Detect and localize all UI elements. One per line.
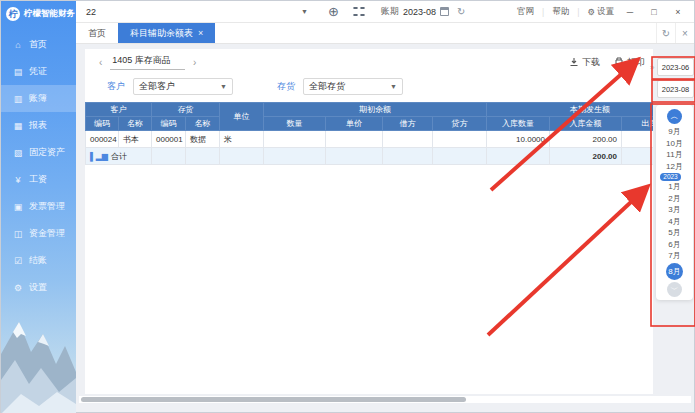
inventory-filter-label: 存货 [277,80,295,93]
funds-icon: ◫ [13,229,23,239]
inventory-filter-select[interactable]: 全部存货 ▼ [303,78,403,95]
period-range: » 2023-06 2023-08 [651,58,694,102]
customer-filter-select[interactable]: 全部客户 ▼ [133,78,233,95]
month-item-dec[interactable]: 12月 [666,161,683,173]
scroll-up-icon[interactable]: ︿ [667,109,682,124]
balance-table: 客户 存货 单位 期初余额 本期发生额 编码 名称 编码 名称 数量 单价 借方… [85,102,653,165]
period-picker[interactable]: 账期 2023-08 [381,5,449,18]
customer-filter-label: 客户 [107,80,125,93]
sidebar-item-closing[interactable]: ☑ 结账 [1,247,76,274]
next-account-icon[interactable]: › [193,57,196,68]
close-button[interactable]: × [670,7,686,17]
download-icon [569,57,579,67]
scroll-down-icon[interactable]: ﹀ [667,282,682,297]
sidebar-item-home[interactable]: ⌂ 首页 [1,31,76,58]
app-window: 柠 柠檬智能财务 ⌂ 首页 ▤ 凭证 ▥ 账簿 ▦ 报表 ▧ 固定资产 ¥ 工资… [0,0,695,413]
fixed-asset-icon: ▧ [13,148,23,158]
period-label: 账期 [381,5,399,18]
mountain-image [1,294,76,413]
brand-logo-icon: 柠 [6,7,20,21]
tab-refresh-icon[interactable]: ↻ [656,23,675,43]
topbar-right: 官网 | 帮助 | ⚙设置 ─ □ × [517,6,694,18]
tab-close-all-icon[interactable]: × [675,23,694,43]
sidebar-item-salary[interactable]: ¥ 工资 [1,166,76,193]
refresh-icon[interactable]: ↻ [457,6,465,17]
account-nav: ‹ 1405 库存商品 › [99,54,196,70]
tabbar-actions: ↻ × [656,23,694,43]
brand-name: 柠檬智能财务 [24,8,75,20]
total-label: 合计 [111,152,127,161]
month-item-jan[interactable]: 1月 [668,181,680,193]
month-item-sep[interactable]: 9月 [668,126,680,138]
voucher-icon: ▤ [13,67,23,77]
report-card: ‹ 1405 库存商品 › 下载 打印 客户 全部客户 ▼ [85,49,653,394]
horizontal-scrollbar [79,396,691,403]
help-link[interactable]: 帮助 [552,6,569,18]
gear-icon: ⚙ [587,7,595,17]
group-opening-balance: 期初余额 [264,103,487,117]
right-rail: » 2023-06 2023-08 ︿ 9月 10月 11月 12月 2023 … [651,44,694,412]
official-site-link[interactable]: 官网 [517,6,534,18]
total-in-amount: 200.00 [550,148,622,165]
month-item-apr[interactable]: 4月 [668,216,680,228]
month-item-aug-selected[interactable]: 8月 [666,263,683,280]
calendar-icon [440,7,449,16]
bar-chart-icon[interactable]: ▌▂▆ [90,152,108,161]
scrollbar-thumb[interactable] [81,397,466,402]
ledger-icon: ▥ [13,94,23,104]
month-item-mar[interactable]: 3月 [668,204,680,216]
period-from-box[interactable]: 2023-06 [657,58,694,76]
sidebar-item-funds[interactable]: ◫ 资金管理 [1,220,76,247]
table-group-header-row: 客户 存货 单位 期初余额 本期发生额 [86,103,654,117]
group-inventory: 存货 [152,103,220,117]
chevron-down-icon: ▼ [220,83,227,90]
table-tools: 下载 打印 [569,56,645,69]
download-button[interactable]: 下载 [569,56,600,69]
month-timeline: ︿ 9月 10月 11月 12月 2023 1月 2月 3月 4月 5月 6月 … [656,105,693,300]
month-item-feb[interactable]: 2月 [668,193,680,205]
col-unit: 单位 [220,103,264,131]
add-company-icon[interactable]: ⊕ [328,5,339,18]
sidebar-item-voucher[interactable]: ▤ 凭证 [1,58,76,85]
maximize-button[interactable]: □ [646,7,662,17]
month-item-nov[interactable]: 11月 [666,149,682,161]
month-item-jul[interactable]: 7月 [668,250,680,262]
table-row: 000024 书本 000001 数据 米 10.0000 200.00 [86,131,654,148]
period-to-box[interactable]: 2023-08 [657,80,694,98]
sidebar-item-invoice[interactable]: ▣ 发票管理 [1,193,76,220]
invoice-icon: ▣ [13,202,23,212]
tab-home[interactable]: 首页 [76,23,118,43]
month-item-jun[interactable]: 6月 [668,239,680,251]
sidebar-item-report[interactable]: ▦ 报表 [1,112,76,139]
tab-close-icon[interactable]: × [198,28,203,38]
chevron-down-icon: ▼ [390,83,397,90]
group-current-period: 本期发生额 [487,103,654,117]
table-total-row: ▌▂▆合计 200.00 [86,148,654,165]
sidebar-item-ledger[interactable]: ▥ 账簿 [1,85,76,112]
company-name: 22 [86,7,96,17]
company-select[interactable]: 22 ▼ [76,1,314,23]
home-icon: ⌂ [13,40,23,50]
month-item-may[interactable]: 5月 [668,227,680,239]
apps-grid-icon[interactable] [353,6,365,18]
brand: 柠 柠檬智能财务 [1,1,76,31]
sidebar-item-fixed-asset[interactable]: ▧ 固定资产 [1,139,76,166]
settings-icon: ⚙ [13,283,23,293]
filter-row: 客户 全部客户 ▼ 存货 全部存货 ▼ [85,73,653,99]
period-value: 2023-08 [403,7,436,17]
account-row: ‹ 1405 库存商品 › 下载 打印 [85,49,653,73]
prev-account-icon[interactable]: ‹ [99,57,102,68]
chevron-down-icon: ▼ [301,8,308,15]
collapse-icon[interactable]: » [650,63,654,72]
minimize-button[interactable]: ─ [622,7,638,17]
report-icon: ▦ [13,121,23,131]
account-selector[interactable]: 1405 库存商品 [110,54,185,70]
sidebar: 柠 柠檬智能财务 ⌂ 首页 ▤ 凭证 ▥ 账簿 ▦ 报表 ▧ 固定资产 ¥ 工资… [1,1,76,413]
month-item-oct[interactable]: 10月 [666,138,683,150]
topbar: 22 ▼ ⊕ 账期 2023-08 ↻ 官网 | 帮助 | ⚙设置 ─ □ × [76,1,694,23]
settings-link[interactable]: ⚙设置 [587,6,614,18]
year-badge: 2023 [660,173,680,181]
tab-subject-auxiliary-balance[interactable]: 科目辅助余额表 × [118,23,215,43]
print-button[interactable]: 打印 [614,56,645,69]
tabbar: 首页 科目辅助余额表 × ↻ × [76,23,694,44]
